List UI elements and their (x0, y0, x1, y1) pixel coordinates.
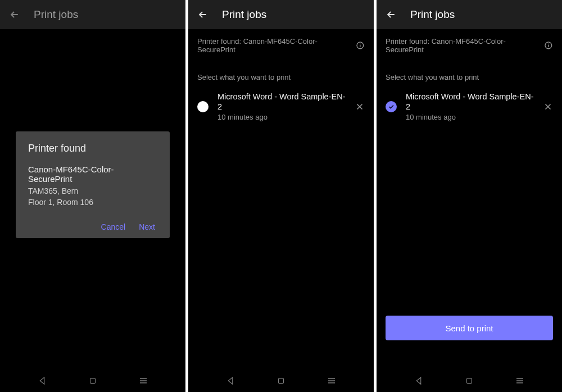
job-title: Microsoft Word - Word Sample-EN-2 (406, 92, 534, 112)
printer-found-text: Printer found: Canon-MF645C-Color-Secure… (386, 37, 541, 54)
svg-rect-4 (467, 379, 472, 384)
system-navbar (188, 370, 374, 392)
system-navbar (0, 370, 185, 392)
app-header: Print jobs (377, 0, 562, 29)
printer-found-text: Printer found: Canon-MF645C-Color-Secure… (197, 37, 352, 54)
print-job-item[interactable]: Microsoft Word - Word Sample-EN-2 10 min… (188, 87, 374, 126)
job-radio-unselected[interactable] (197, 101, 209, 112)
delete-job-icon[interactable] (355, 102, 365, 112)
screen-job-selected: Print jobs Printer found: Canon-MF645C-C… (377, 0, 562, 392)
nav-recent-icon[interactable] (138, 376, 148, 386)
screen-modal: Print jobs Printer found Canon-MF645C-Co… (0, 0, 185, 392)
nav-back-icon[interactable] (37, 376, 47, 386)
printer-found-bar: Printer found: Canon-MF645C-Color-Secure… (188, 29, 374, 61)
print-job-item[interactable]: Microsoft Word - Word Sample-EN-2 10 min… (377, 87, 562, 126)
content-area: Printer found: Canon-MF645C-Color-Secure… (188, 29, 374, 392)
svg-rect-2 (279, 379, 284, 384)
job-info: Microsoft Word - Word Sample-EN-2 10 min… (406, 92, 534, 121)
svg-rect-0 (90, 379, 96, 384)
nav-recent-icon[interactable] (327, 376, 337, 386)
header-title: Print jobs (222, 8, 266, 21)
spacer (377, 126, 562, 316)
select-prompt: Select what you want to print (377, 61, 562, 87)
printer-found-modal: Printer found Canon-MF645C-Color-SecureP… (16, 131, 170, 238)
nav-recent-icon[interactable] (515, 376, 525, 386)
nav-home-icon[interactable] (464, 376, 474, 386)
nav-home-icon[interactable] (276, 376, 286, 386)
select-prompt: Select what you want to print (188, 61, 374, 87)
modal-location-line1: TAM365, Bern (28, 186, 157, 197)
info-icon[interactable] (544, 41, 553, 50)
job-info: Microsoft Word - Word Sample-EN-2 10 min… (217, 92, 346, 121)
modal-title: Printer found (28, 143, 157, 154)
screen-job-list: Print jobs Printer found: Canon-MF645C-C… (188, 0, 374, 392)
back-arrow-icon[interactable] (197, 9, 209, 20)
next-button[interactable]: Next (139, 222, 155, 231)
system-navbar (377, 370, 562, 392)
printer-found-bar: Printer found: Canon-MF645C-Color-Secure… (377, 29, 562, 61)
back-arrow-icon[interactable] (386, 9, 397, 20)
modal-overlay: Printer found Canon-MF645C-Color-SecureP… (0, 0, 185, 392)
content-area: Printer found: Canon-MF645C-Color-Secure… (377, 29, 562, 392)
nav-back-icon[interactable] (225, 376, 235, 386)
delete-job-icon[interactable] (543, 102, 553, 112)
cancel-button[interactable]: Cancel (101, 222, 126, 231)
info-icon[interactable] (356, 41, 365, 50)
job-radio-selected[interactable] (386, 101, 397, 112)
modal-location-line2: Floor 1, Room 106 (28, 197, 157, 208)
job-time: 10 minutes ago (406, 113, 534, 121)
job-time: 10 minutes ago (217, 113, 346, 121)
nav-home-icon[interactable] (88, 376, 98, 386)
header-title: Print jobs (410, 8, 455, 21)
modal-actions: Cancel Next (28, 222, 157, 231)
app-header: Print jobs (188, 0, 374, 29)
send-to-print-button[interactable]: Send to print (386, 316, 553, 340)
nav-back-icon[interactable] (414, 376, 424, 386)
modal-printer-name: Canon-MF645C-Color-SecurePrint (28, 165, 157, 184)
job-title: Microsoft Word - Word Sample-EN-2 (217, 92, 346, 112)
